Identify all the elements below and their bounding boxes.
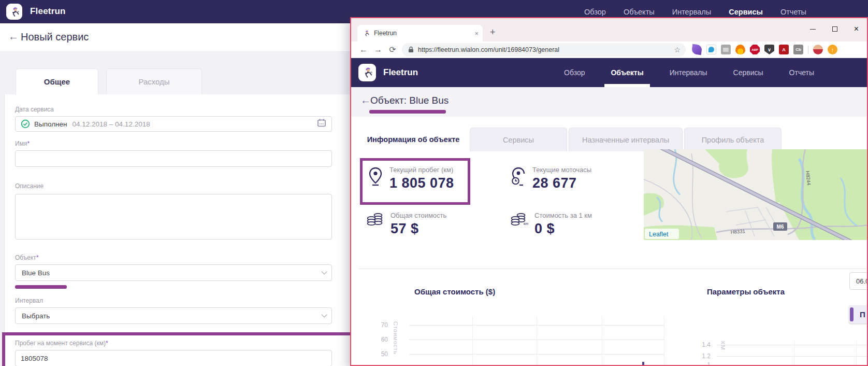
required-mark: * [27, 140, 30, 147]
required-mark: * [36, 254, 39, 261]
new-tab-button[interactable]: + [490, 27, 496, 38]
browser-back-icon[interactable]: ← [356, 45, 371, 54]
browser-tab[interactable]: Fleetrun × [357, 25, 483, 41]
extension-flame-icon[interactable] [735, 45, 745, 54]
bookmark-star-icon[interactable]: ☆ [674, 46, 681, 54]
window-maximize-button[interactable] [832, 26, 837, 32]
ytick: 1 [697, 361, 711, 366]
legend-color-accent [850, 307, 853, 321]
browser-toolbar: ← → ⟳ https://fleetrun.wialon.com/unit/1… [351, 41, 867, 58]
mileage-input[interactable] [15, 350, 332, 366]
back-arrow-icon[interactable]: ← [8, 31, 19, 43]
address-bar[interactable]: https://fleetrun.wialon.com/unit/1698407… [402, 43, 686, 57]
chart-data-point [642, 362, 644, 365]
cost-chart-title: Общая стоимость ($) [414, 287, 495, 296]
name-input[interactable] [15, 150, 332, 167]
nav-services[interactable]: Сервисы [730, 58, 766, 87]
tab-unit-profile[interactable]: Профиль объекта [684, 128, 782, 151]
window-minimize-button[interactable] [810, 29, 816, 30]
stat-cost-per-km: km Стоимость за 1 км 0 $ [511, 212, 592, 237]
nav-reports[interactable]: Отчеты [780, 8, 806, 16]
window-close-button[interactable]: × [854, 26, 859, 32]
unit-select[interactable]: Blue Bus [15, 264, 332, 281]
nav-intervals[interactable]: Интервалы [667, 58, 711, 87]
interval-select[interactable]: Выбрать [15, 307, 332, 324]
stat-label: Стоимость за 1 км [534, 212, 592, 219]
nav-services[interactable]: Сервисы [729, 8, 763, 16]
tab-unit-info[interactable]: Информация об объекте [358, 128, 468, 151]
stat-current-mileage: Текущий пробег (км) 1 805 078 [368, 166, 454, 191]
browser-update-icon[interactable]: ↑ [828, 45, 837, 54]
browser-reload-icon[interactable]: ⟳ [385, 45, 400, 54]
page-title: Новый сервис [21, 31, 89, 43]
extension-shield-icon[interactable]: ∨ [764, 45, 774, 54]
nav-units[interactable]: Объекты [607, 58, 646, 87]
stat-value: 57 $ [390, 221, 446, 237]
cost-chart-ylabel: Стоимость [393, 321, 399, 355]
browser-window: Fleetrun × + × ← → ⟳ [350, 17, 868, 366]
tab-assigned-intervals[interactable]: Назначенные интервалы [569, 128, 683, 151]
svg-text:km: km [524, 222, 528, 226]
profile-avatar[interactable] [813, 45, 823, 54]
unit-subheader: ← Объект: Blue Bus [351, 87, 867, 117]
unit-select-value: Blue Bus [22, 269, 50, 277]
nav-units[interactable]: Объекты [624, 8, 655, 16]
nav-overview[interactable]: Обзор [584, 8, 606, 16]
section-divider [358, 269, 867, 269]
browser-forward-icon[interactable]: → [371, 45, 385, 54]
back-arrow-icon[interactable]: ← [360, 94, 371, 106]
gridline [472, 316, 473, 365]
fleetrun-favicon [363, 30, 370, 37]
tab-close-icon[interactable]: × [474, 30, 479, 37]
leaflet-attribution[interactable]: Leaflet [649, 231, 669, 238]
extension-cb-icon[interactable]: Cb [793, 45, 803, 54]
gridline [794, 341, 794, 365]
tab-unit-services[interactable]: Сервисы [470, 128, 567, 151]
browser-titlebar[interactable]: Fleetrun × + × [351, 18, 867, 41]
nav-intervals[interactable]: Интервалы [672, 8, 712, 16]
params-chart-title: Параметры объекта [707, 287, 785, 296]
mileage-label: Пробег на момент сервиса (км)* [15, 340, 372, 347]
nav-overview[interactable]: Обзор [561, 58, 588, 87]
stat-engine-hours: Текущие моточасы 28 677 [511, 166, 591, 191]
tab-expenses[interactable]: Расходы [106, 68, 202, 94]
stat-value: 1 805 078 [389, 175, 454, 191]
ytick: 1.4 [697, 341, 711, 348]
stat-value: 28 677 [532, 175, 591, 191]
calendar-icon[interactable] [317, 118, 326, 130]
unit-info-card: Текущий пробег (км) 1 805 078 Текущ [351, 151, 867, 365]
params-chart-ylabel: КМ [720, 341, 726, 350]
status-done: Выполнен [21, 119, 67, 129]
gridline [602, 316, 602, 365]
ytick: 1.2 [697, 353, 711, 360]
mileage-legend-button[interactable]: П [849, 305, 868, 323]
extension-bird-icon[interactable] [706, 45, 716, 54]
site-brand: Fleetrun [383, 67, 418, 78]
site-header: Fleetrun Обзор Объекты Интервалы Сервисы… [351, 58, 867, 87]
annotation-underline-title [369, 110, 446, 114]
extension-adblock-icon[interactable]: ABP [750, 45, 760, 54]
coins-km-icon: km [511, 212, 528, 227]
interval-select-value: Выбрать [22, 312, 50, 320]
date-range-input[interactable]: 06.0 [849, 272, 868, 290]
tab-general[interactable]: Общее [16, 68, 98, 94]
service-date-field[interactable]: Выполнен 04.12.2018 – 04.12.2018 [15, 116, 332, 132]
description-textarea[interactable] [15, 194, 332, 240]
app-brand: Fleetrun [30, 6, 66, 17]
location-pin-icon [368, 166, 383, 187]
extension-feather-icon[interactable] [691, 44, 702, 55]
gridline [664, 316, 664, 365]
leaflet-map[interactable]: M6 H8244 H8331 Leaflet [644, 149, 868, 240]
stat-label: Общая стоимость [390, 212, 446, 219]
annotation-box-mileage: Пробег на момент сервиса (км)* [2, 332, 375, 366]
extension-dictionary-icon[interactable]: A [779, 45, 789, 54]
nav-reports[interactable]: Отчеты [786, 58, 817, 87]
stat-total-cost: Общая стоимость 57 $ [367, 212, 446, 237]
check-circle-icon [21, 119, 30, 129]
extension-screenshot-icon[interactable] [721, 45, 731, 54]
road-label-h8331: H8331 [730, 228, 745, 235]
gridline [537, 316, 537, 365]
browser-tab-title: Fleetrun [374, 30, 397, 37]
toolbar-divider [808, 46, 808, 54]
gridline [717, 365, 867, 365]
